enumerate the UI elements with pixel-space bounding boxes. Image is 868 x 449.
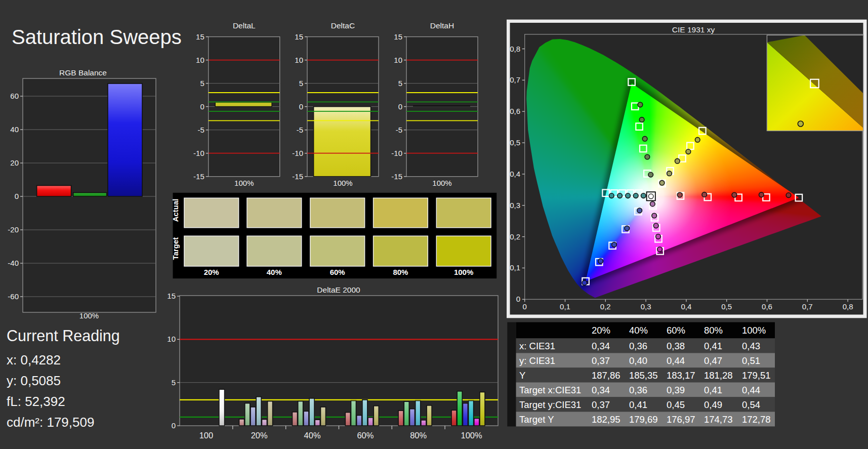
svg-text:0,41: 0,41: [629, 399, 647, 410]
svg-text:15: 15: [394, 32, 402, 41]
svg-text:0,8: 0,8: [843, 302, 853, 311]
svg-text:Target x:CIE31: Target x:CIE31: [519, 385, 581, 395]
svg-text:80%: 80%: [393, 268, 408, 276]
svg-text:185,35: 185,35: [629, 370, 658, 381]
svg-text:182,95: 182,95: [592, 414, 621, 425]
svg-text:60: 60: [10, 92, 19, 100]
svg-text:0,51: 0,51: [742, 355, 760, 366]
svg-text:0,40: 0,40: [629, 355, 647, 366]
svg-text:0: 0: [516, 295, 520, 303]
svg-text:Target Y: Target Y: [519, 414, 554, 425]
svg-text:0,38: 0,38: [667, 341, 685, 351]
svg-text:0,34: 0,34: [592, 341, 610, 351]
svg-text:10: 10: [394, 56, 402, 64]
svg-text:60%: 60%: [357, 431, 374, 440]
svg-text:0,39: 0,39: [667, 385, 685, 395]
svg-text:-15: -15: [193, 172, 204, 181]
svg-text:cd/m²: 179,509: cd/m²: 179,509: [7, 415, 94, 430]
svg-text:RGB Balance: RGB Balance: [59, 68, 107, 77]
svg-text:60%: 60%: [330, 268, 345, 276]
svg-text:Target: Target: [171, 237, 180, 260]
svg-text:Y: Y: [519, 370, 525, 381]
svg-text:0,2: 0,2: [600, 302, 611, 311]
svg-text:DeltaC: DeltaC: [331, 21, 355, 30]
svg-text:0: 0: [15, 192, 19, 200]
svg-text:-15: -15: [292, 172, 303, 181]
svg-text:183,17: 183,17: [667, 370, 695, 381]
svg-text:-10: -10: [391, 149, 402, 157]
svg-text:0: 0: [172, 421, 176, 430]
svg-text:10: 10: [167, 335, 176, 343]
svg-text:60%: 60%: [667, 325, 685, 336]
svg-text:10: 10: [196, 56, 204, 64]
svg-text:-5: -5: [297, 126, 303, 134]
svg-text:181,28: 181,28: [704, 370, 733, 381]
svg-text:0,1: 0,1: [560, 302, 570, 311]
svg-text:-20: -20: [8, 225, 19, 234]
svg-text:179,51: 179,51: [742, 370, 771, 381]
svg-text:5: 5: [299, 79, 303, 88]
svg-text:100%: 100%: [333, 179, 352, 187]
svg-text:40%: 40%: [304, 431, 321, 440]
svg-text:Current Reading: Current Reading: [7, 327, 120, 345]
svg-text:0,8: 0,8: [510, 45, 520, 53]
svg-text:176,97: 176,97: [667, 414, 695, 425]
svg-text:-5: -5: [396, 126, 402, 134]
svg-text:0,5: 0,5: [721, 302, 732, 311]
svg-text:fL: 52,392: fL: 52,392: [7, 394, 65, 409]
svg-text:100%: 100%: [461, 431, 482, 440]
svg-text:0,36: 0,36: [629, 385, 647, 395]
svg-text:Target y:CIE31: Target y:CIE31: [519, 399, 581, 410]
svg-text:172,78: 172,78: [742, 414, 771, 425]
svg-text:y: CIE31: y: CIE31: [519, 355, 555, 366]
svg-text:174,73: 174,73: [704, 414, 733, 425]
svg-text:-5: -5: [197, 126, 204, 134]
svg-text:-10: -10: [193, 149, 204, 157]
svg-text:y: 0,5085: y: 0,5085: [7, 373, 61, 388]
svg-text:100%: 100%: [742, 325, 766, 336]
svg-text:0,2: 0,2: [510, 232, 520, 241]
svg-text:0: 0: [200, 102, 204, 111]
svg-text:0: 0: [398, 102, 402, 111]
svg-text:0,45: 0,45: [667, 399, 685, 410]
svg-text:0,37: 0,37: [592, 399, 610, 410]
svg-text:0,47: 0,47: [704, 355, 722, 366]
svg-text:5: 5: [200, 79, 204, 88]
svg-text:100%: 100%: [79, 311, 99, 320]
svg-text:DeltaL: DeltaL: [233, 21, 256, 30]
svg-text:0: 0: [523, 302, 527, 311]
svg-text:0,43: 0,43: [742, 341, 760, 351]
svg-text:0,36: 0,36: [629, 341, 647, 351]
svg-text:0,1: 0,1: [510, 263, 520, 272]
svg-text:100: 100: [199, 431, 214, 440]
svg-text:20: 20: [10, 158, 19, 167]
svg-text:0,44: 0,44: [742, 385, 760, 395]
svg-text:5: 5: [172, 378, 176, 387]
svg-text:x: CIE31: x: CIE31: [519, 341, 555, 351]
svg-text:0,3: 0,3: [641, 302, 651, 311]
svg-text:0,41: 0,41: [704, 385, 722, 395]
svg-text:0,6: 0,6: [510, 107, 520, 115]
svg-text:20%: 20%: [592, 325, 610, 336]
svg-text:0,3: 0,3: [510, 201, 520, 210]
svg-text:5: 5: [398, 79, 402, 88]
svg-text:179,69: 179,69: [629, 414, 658, 425]
svg-text:DeltaH: DeltaH: [430, 21, 454, 30]
svg-text:40: 40: [10, 125, 19, 134]
svg-text:20%: 20%: [251, 431, 268, 440]
svg-text:80%: 80%: [704, 325, 723, 336]
svg-text:0,7: 0,7: [510, 75, 520, 84]
svg-text:15: 15: [295, 32, 303, 41]
svg-text:DeltaE 2000: DeltaE 2000: [317, 285, 360, 294]
svg-text:0,54: 0,54: [742, 399, 760, 410]
svg-text:100%: 100%: [454, 268, 473, 276]
svg-text:-10: -10: [292, 149, 303, 157]
svg-text:0,4: 0,4: [681, 302, 691, 311]
svg-text:0,37: 0,37: [592, 355, 610, 366]
svg-text:15: 15: [196, 32, 204, 41]
svg-text:10: 10: [295, 56, 303, 64]
svg-text:0,7: 0,7: [802, 302, 813, 311]
svg-text:0,4: 0,4: [510, 170, 520, 178]
svg-text:0,5: 0,5: [510, 138, 520, 147]
svg-text:0: 0: [299, 102, 303, 111]
